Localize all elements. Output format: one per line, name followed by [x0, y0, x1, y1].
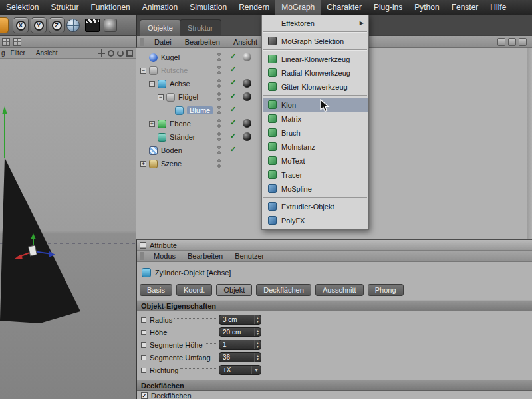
- visibility-dots[interactable]: [217, 92, 221, 103]
- enabled-check-icon[interactable]: ✓: [230, 52, 236, 61]
- menu-python[interactable]: Python: [408, 0, 445, 15]
- segmente-hoehe-field[interactable]: 1 ▲▼: [219, 340, 261, 350]
- enabled-check-icon[interactable]: ✓: [230, 105, 236, 114]
- object-label[interactable]: Boden: [161, 146, 182, 154]
- param-checkbox[interactable]: [141, 342, 146, 348]
- menu-item-bruch[interactable]: Bruch: [263, 126, 368, 140]
- viewport-menu-filter[interactable]: Filter: [5, 49, 31, 57]
- material-thumbnail[interactable]: [243, 132, 251, 141]
- collapse-toggle-icon[interactable]: −: [158, 94, 164, 100]
- menu-charakter[interactable]: Charakter: [321, 0, 368, 15]
- panel-grip[interactable]: [140, 38, 144, 46]
- object-label[interactable]: Achse: [170, 80, 190, 88]
- expand-toggle-icon[interactable]: +: [149, 121, 155, 127]
- lock-y-axis-button[interactable]: Y: [31, 17, 47, 33]
- menu-animation[interactable]: Animation: [136, 0, 184, 15]
- menu-hilfe[interactable]: Hilfe: [484, 0, 512, 15]
- viewport-menu-partial[interactable]: g: [0, 49, 5, 57]
- richtung-dropdown[interactable]: +X ▼: [219, 365, 261, 375]
- enabled-check-icon[interactable]: ✓: [230, 65, 236, 74]
- enabled-check-icon[interactable]: ✓: [230, 78, 236, 87]
- object-label[interactable]: Rutsche: [161, 66, 188, 74]
- menu-item-tracer[interactable]: Tracer: [263, 168, 368, 182]
- param-checkbox[interactable]: [141, 317, 146, 323]
- render-settings-icon[interactable]: [104, 19, 117, 32]
- param-checkbox[interactable]: [141, 368, 146, 373]
- grid-icon[interactable]: [2, 38, 10, 46]
- material-thumbnail[interactable]: [243, 53, 251, 61]
- viewport-canvas[interactable]: [0, 59, 136, 399]
- object-label[interactable]: Flügel: [178, 93, 198, 101]
- viewport-3d[interactable]: g Filter Ansicht: [0, 48, 136, 399]
- menu-item-mospline[interactable]: MoSpline: [263, 182, 368, 196]
- menu-item-moinstanz[interactable]: MoInstanz: [263, 140, 368, 154]
- tab-struktur[interactable]: Struktur: [180, 19, 221, 36]
- layer-icon[interactable]: [497, 38, 505, 46]
- attr-menu-benutzer[interactable]: Benutzer: [229, 252, 270, 260]
- menu-item-gitter-klonwerkzeug[interactable]: Gitter-Klonwerkzeug: [263, 80, 368, 94]
- viewport-menu-ansicht[interactable]: Ansicht: [31, 49, 63, 57]
- visibility-dots[interactable]: [217, 119, 221, 130]
- filter-icon[interactable]: [508, 38, 516, 46]
- stepper-arrows[interactable]: ▲▼: [254, 315, 261, 324]
- menu-fenster[interactable]: Fenster: [446, 0, 485, 15]
- param-checkbox[interactable]: [141, 330, 146, 335]
- menu-item-mograph-selektion[interactable]: MoGraph Selektion: [263, 34, 368, 48]
- visibility-dots[interactable]: [217, 159, 221, 170]
- menu-item-matrix[interactable]: Matrix: [263, 112, 368, 126]
- param-checkbox[interactable]: [141, 355, 146, 360]
- tab-deckflaechen[interactable]: Deckflächen: [256, 284, 311, 296]
- lock-x-axis-button[interactable]: X: [13, 17, 29, 33]
- menu-selektion[interactable]: Selektion: [0, 0, 45, 15]
- visibility-dots[interactable]: [217, 66, 221, 76]
- enabled-check-icon[interactable]: ✓: [230, 145, 236, 154]
- segmente-umfang-field[interactable]: 36 ▲▼: [219, 352, 261, 362]
- object-label[interactable]: Ebene: [170, 120, 191, 128]
- snap-grid-icon[interactable]: [13, 38, 21, 46]
- scrollbar[interactable]: [527, 48, 532, 239]
- attr-menu-modus[interactable]: Modus: [148, 252, 182, 260]
- collapse-toggle-icon[interactable]: −: [149, 81, 155, 87]
- enabled-check-icon[interactable]: ✓: [230, 132, 236, 140]
- tab-objekt[interactable]: Objekt: [216, 284, 252, 296]
- menu-simulation[interactable]: Simulation: [184, 0, 233, 15]
- object-label[interactable]: Szene: [161, 160, 182, 168]
- object-label[interactable]: Ständer: [170, 133, 196, 141]
- enabled-check-icon[interactable]: ✓: [230, 118, 236, 127]
- om-menu-bearbeiten[interactable]: Bearbeiten: [178, 38, 227, 46]
- material-thumbnail[interactable]: [243, 119, 251, 128]
- hoehe-field[interactable]: 20 cm ▲▼: [219, 327, 261, 337]
- menu-item-extrudier-objekt[interactable]: Extrudier-Objekt: [263, 200, 368, 213]
- menu-item-effektoren[interactable]: Effektoren ▶: [263, 16, 368, 30]
- menu-struktur[interactable]: Struktur: [45, 0, 84, 15]
- deckflaechen-checkbox[interactable]: ✓: [141, 392, 148, 399]
- expand-toggle-icon[interactable]: +: [140, 161, 146, 167]
- tab-ausschnitt[interactable]: Ausschnitt: [315, 284, 364, 296]
- tab-basis[interactable]: Basis: [140, 284, 172, 296]
- panel-grip[interactable]: [140, 252, 144, 260]
- stepper-arrows[interactable]: ▲▼: [254, 328, 261, 336]
- material-thumbnail[interactable]: [243, 79, 251, 88]
- object-label-selected[interactable]: Blume: [187, 106, 213, 114]
- zoom-view-icon[interactable]: [108, 50, 114, 57]
- cone-object[interactable]: [0, 158, 80, 323]
- maximize-view-icon[interactable]: [126, 50, 133, 57]
- attr-menu-bearbeiten[interactable]: Bearbeiten: [182, 252, 229, 260]
- visibility-dots[interactable]: [217, 53, 221, 63]
- menu-rendern[interactable]: Rendern: [233, 0, 275, 15]
- menu-item-radial-klonwerkzeug[interactable]: Radial-Klonwerkzeug: [263, 66, 368, 80]
- enabled-check-icon[interactable]: ✓: [230, 92, 236, 100]
- menu-item-polyfx[interactable]: PolyFX: [263, 213, 368, 227]
- menu-item-motext[interactable]: MoText: [263, 154, 368, 168]
- collapse-toggle-icon[interactable]: −: [140, 68, 146, 74]
- tab-phong[interactable]: Phong: [368, 284, 404, 296]
- menu-plugins[interactable]: Plug-ins: [368, 0, 408, 15]
- move-tool-icon[interactable]: [0, 17, 9, 33]
- visibility-dots[interactable]: [217, 106, 221, 116]
- search-icon[interactable]: [519, 38, 527, 46]
- menu-item-klon[interactable]: Klon: [263, 98, 368, 112]
- visibility-dots[interactable]: [217, 132, 221, 143]
- tab-objekte[interactable]: Objekte: [140, 19, 181, 36]
- selected-flower-object[interactable]: [29, 245, 37, 256]
- material-thumbnail[interactable]: [243, 92, 251, 101]
